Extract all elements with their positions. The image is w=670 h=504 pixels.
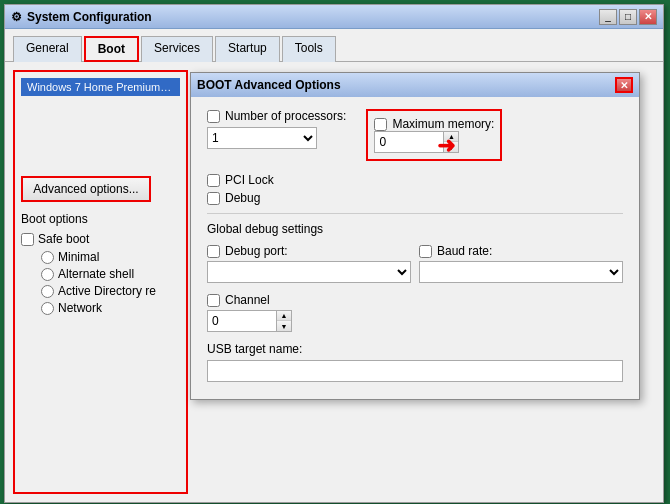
num-processors-select-row: 1 2 4 8 <box>207 127 346 149</box>
max-memory-box: Maximum memory: 0 ▲ ▼ <box>366 109 502 161</box>
safe-boot-row: Safe boot <box>21 232 180 246</box>
dialog-top-row: Number of processors: 1 2 4 8 <box>207 109 623 161</box>
global-debug-label: Global debug settings <box>207 222 623 236</box>
debug-port-header: Debug port: <box>207 244 411 258</box>
num-processors-field: Number of processors: 1 2 4 8 <box>207 109 346 161</box>
radio-alternate-shell-input[interactable] <box>41 268 54 281</box>
system-config-window: ⚙ System Configuration _ □ ✕ General Boo… <box>4 4 664 503</box>
debug-label: Debug <box>225 191 260 205</box>
dialog-title: BOOT Advanced Options <box>197 78 341 92</box>
max-memory-header: Maximum memory: <box>374 117 494 131</box>
minimize-button[interactable]: _ <box>599 9 617 25</box>
divider-1 <box>207 213 623 214</box>
radio-network-label: Network <box>58 301 102 315</box>
channel-spinner-buttons: ▲ ▼ <box>277 310 292 332</box>
arrow-hint: ➜ <box>437 133 455 159</box>
debug-port-group: Debug port: <box>207 244 411 283</box>
tab-bar: General Boot Services Startup Tools <box>5 29 663 62</box>
global-debug-grid: Debug port: Baud rate: <box>207 244 623 283</box>
channel-input[interactable]: 0 <box>207 310 277 332</box>
debug-port-select[interactable] <box>207 261 411 283</box>
radio-minimal-input[interactable] <box>41 251 54 264</box>
title-bar: ⚙ System Configuration _ □ ✕ <box>5 5 663 29</box>
radio-active-directory: Active Directory re <box>41 284 180 298</box>
num-processors-header: Number of processors: <box>207 109 346 123</box>
tab-tools[interactable]: Tools <box>282 36 336 62</box>
tab-services[interactable]: Services <box>141 36 213 62</box>
safe-boot-label: Safe boot <box>38 232 89 246</box>
dialog-title-bar: BOOT Advanced Options ✕ <box>191 73 639 97</box>
max-memory-label: Maximum memory: <box>392 117 494 131</box>
boot-advanced-dialog: BOOT Advanced Options ✕ Number of proces… <box>190 72 640 400</box>
boot-options-label: Boot options <box>21 212 180 226</box>
pci-lock-row: PCI Lock <box>207 173 623 187</box>
tab-general[interactable]: General <box>13 36 82 62</box>
baud-rate-header: Baud rate: <box>419 244 623 258</box>
channel-label: Channel <box>225 293 270 307</box>
radio-options: Minimal Alternate shell Active Directory… <box>41 250 180 315</box>
maximize-button[interactable]: □ <box>619 9 637 25</box>
dialog-close-button[interactable]: ✕ <box>615 77 633 93</box>
channel-input-row: 0 ▲ ▼ <box>207 310 623 332</box>
max-memory-spinner: 0 ▲ ▼ <box>374 131 494 153</box>
window-title: System Configuration <box>27 10 152 24</box>
radio-alternate-shell: Alternate shell <box>41 267 180 281</box>
usb-target-label: USB target name: <box>207 342 623 356</box>
title-bar-left: ⚙ System Configuration <box>11 10 152 24</box>
baud-rate-checkbox[interactable] <box>419 245 432 258</box>
debug-port-checkbox[interactable] <box>207 245 220 258</box>
pci-lock-label: PCI Lock <box>225 173 274 187</box>
pci-debug-section: PCI Lock Debug <box>207 173 623 205</box>
radio-alternate-shell-label: Alternate shell <box>58 267 134 281</box>
num-processors-select[interactable]: 1 2 4 8 <box>207 127 317 149</box>
os-entry[interactable]: Windows 7 Home Premium (recovered) (C:\W… <box>21 78 180 96</box>
radio-minimal: Minimal <box>41 250 180 264</box>
max-memory-input[interactable]: 0 <box>374 131 444 153</box>
usb-target-input[interactable] <box>207 360 623 382</box>
num-processors-label: Number of processors: <box>225 109 346 123</box>
debug-port-label: Debug port: <box>225 244 288 258</box>
usb-section: USB target name: <box>207 342 623 382</box>
tab-startup[interactable]: Startup <box>215 36 280 62</box>
debug-checkbox[interactable] <box>207 192 220 205</box>
dialog-body: Number of processors: 1 2 4 8 <box>191 97 639 399</box>
safe-boot-checkbox[interactable] <box>21 233 34 246</box>
pci-lock-checkbox[interactable] <box>207 174 220 187</box>
channel-row: Channel 0 ▲ ▼ <box>207 293 623 332</box>
baud-rate-label: Baud rate: <box>437 244 492 258</box>
radio-active-directory-label: Active Directory re <box>58 284 156 298</box>
title-bar-buttons: _ □ ✕ <box>599 9 657 25</box>
radio-network-input[interactable] <box>41 302 54 315</box>
advanced-options-button[interactable]: Advanced options... <box>21 176 151 202</box>
window-icon: ⚙ <box>11 10 22 24</box>
max-memory-checkbox[interactable] <box>374 118 387 131</box>
debug-row: Debug <box>207 191 623 205</box>
radio-minimal-label: Minimal <box>58 250 99 264</box>
main-content: Windows 7 Home Premium (recovered) (C:\W… <box>5 62 663 502</box>
radio-network: Network <box>41 301 180 315</box>
channel-spin-up[interactable]: ▲ <box>277 311 291 321</box>
baud-rate-group: Baud rate: <box>419 244 623 283</box>
baud-rate-select[interactable] <box>419 261 623 283</box>
radio-active-directory-input[interactable] <box>41 285 54 298</box>
window-close-button[interactable]: ✕ <box>639 9 657 25</box>
channel-spin-down[interactable]: ▼ <box>277 321 291 331</box>
channel-header: Channel <box>207 293 623 307</box>
num-processors-checkbox[interactable] <box>207 110 220 123</box>
left-panel: Windows 7 Home Premium (recovered) (C:\W… <box>13 70 188 494</box>
channel-checkbox[interactable] <box>207 294 220 307</box>
tab-boot[interactable]: Boot <box>84 36 139 62</box>
